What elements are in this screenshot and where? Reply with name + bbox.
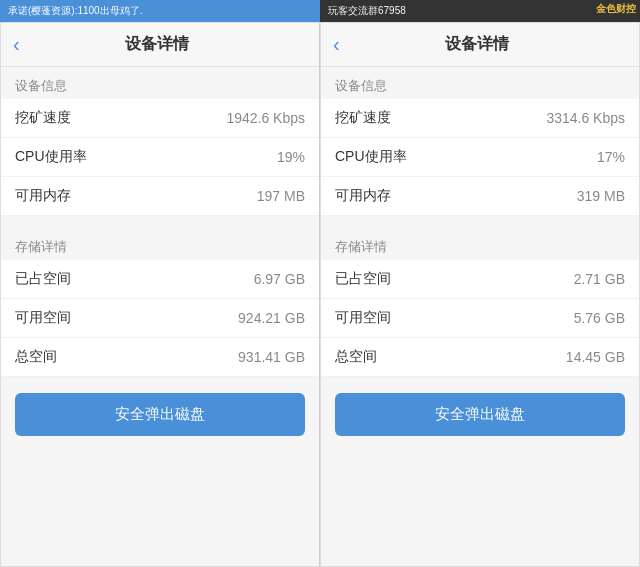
row-label: 挖矿速度 (335, 109, 391, 127)
eject-disk-button-right[interactable]: 安全弹出磁盘 (335, 393, 625, 436)
table-row: 已占空间 2.71 GB (321, 260, 639, 299)
bottom-section-right: 安全弹出磁盘 (321, 377, 639, 452)
row-value: 197 MB (257, 188, 305, 204)
row-label: CPU使用率 (15, 148, 87, 166)
row-label: 挖矿速度 (15, 109, 71, 127)
row-label: CPU使用率 (335, 148, 407, 166)
eject-disk-button-left[interactable]: 安全弹出磁盘 (15, 393, 305, 436)
notification-text-right: 玩客交流群67958 (328, 4, 406, 18)
row-value: 1942.6 Kbps (226, 110, 305, 126)
row-label: 总空间 (15, 348, 57, 366)
panel-content-left: 设备信息 挖矿速度 1942.6 Kbps CPU使用率 19% 可用内存 19… (1, 67, 319, 566)
notification-text-left: 承诺(樱蓬资源):1100出母鸡了. (8, 4, 142, 18)
row-value: 3314.6 Kbps (546, 110, 625, 126)
table-row: CPU使用率 17% (321, 138, 639, 177)
back-button-right[interactable]: ‹ (333, 33, 340, 56)
row-value: 5.76 GB (574, 310, 625, 326)
row-value: 14.45 GB (566, 349, 625, 365)
row-label: 已占空间 (335, 270, 391, 288)
table-row: 挖矿速度 1942.6 Kbps (1, 99, 319, 138)
row-label: 可用空间 (335, 309, 391, 327)
section-header-device-right: 设备信息 (321, 67, 639, 99)
table-row: CPU使用率 19% (1, 138, 319, 177)
row-label: 可用内存 (335, 187, 391, 205)
panel-content-right: 设备信息 挖矿速度 3314.6 Kbps CPU使用率 17% 可用内存 31… (321, 67, 639, 566)
row-value: 17% (597, 149, 625, 165)
row-value: 319 MB (577, 188, 625, 204)
table-row: 总空间 14.45 GB (321, 338, 639, 377)
table-row: 可用空间 5.76 GB (321, 299, 639, 338)
notification-bar-right: 玩客交流群67958 金色财控 (320, 0, 640, 22)
nav-bar-left: ‹ 设备详情 (1, 23, 319, 67)
row-value: 2.71 GB (574, 271, 625, 287)
back-button-left[interactable]: ‹ (13, 33, 20, 56)
section-header-device-left: 设备信息 (1, 67, 319, 99)
section-header-storage-left: 存储详情 (1, 228, 319, 260)
device-detail-panel-right: ‹ 设备详情 设备信息 挖矿速度 3314.6 Kbps CPU使用率 17% … (320, 22, 640, 567)
row-value: 924.21 GB (238, 310, 305, 326)
page-title-right: 设备详情 (348, 34, 607, 55)
table-row: 可用内存 197 MB (1, 177, 319, 216)
table-row: 已占空间 6.97 GB (1, 260, 319, 299)
row-label: 已占空间 (15, 270, 71, 288)
row-value: 931.41 GB (238, 349, 305, 365)
row-label: 可用内存 (15, 187, 71, 205)
device-detail-panel-left: ‹ 设备详情 设备信息 挖矿速度 1942.6 Kbps CPU使用率 19% … (0, 22, 320, 567)
row-value: 19% (277, 149, 305, 165)
table-row: 可用内存 319 MB (321, 177, 639, 216)
bottom-section-left: 安全弹出磁盘 (1, 377, 319, 452)
table-row: 可用空间 924.21 GB (1, 299, 319, 338)
row-value: 6.97 GB (254, 271, 305, 287)
table-row: 总空间 931.41 GB (1, 338, 319, 377)
section-header-storage-right: 存储详情 (321, 228, 639, 260)
notification-bar-left: 承诺(樱蓬资源):1100出母鸡了. (0, 0, 320, 22)
page-title-left: 设备详情 (28, 34, 287, 55)
row-label: 总空间 (335, 348, 377, 366)
nav-bar-right: ‹ 设备详情 (321, 23, 639, 67)
row-label: 可用空间 (15, 309, 71, 327)
watermark-label: 金色财控 (596, 2, 636, 16)
table-row: 挖矿速度 3314.6 Kbps (321, 99, 639, 138)
